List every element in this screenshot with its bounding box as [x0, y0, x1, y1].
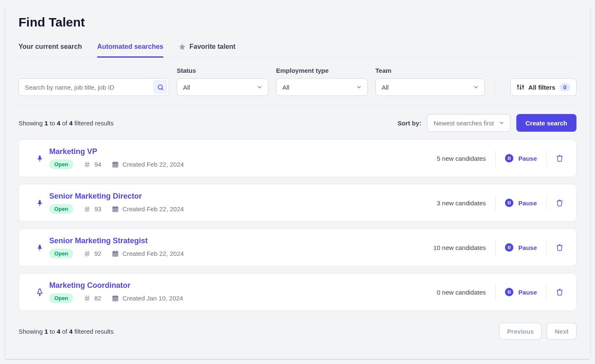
- select-value: Newest searches first: [433, 120, 494, 127]
- chevron-down-icon: [256, 84, 263, 90]
- tab-favorite-talent[interactable]: Favorite talent: [178, 37, 235, 58]
- status-filter-label: Status: [177, 67, 268, 74]
- trash-icon: [556, 199, 563, 207]
- pin-toggle[interactable]: [30, 288, 49, 297]
- delete-button[interactable]: [546, 284, 565, 300]
- tab-label: Your current search: [19, 43, 82, 50]
- status-badge: Open: [49, 204, 73, 214]
- pause-label: Pause: [518, 155, 537, 162]
- search-icon: [157, 84, 164, 91]
- search-title-link[interactable]: Marketing VP: [49, 147, 428, 156]
- svg-line-35: [88, 295, 89, 301]
- all-filters-button[interactable]: All filters 0: [510, 78, 576, 96]
- svg-point-7: [522, 86, 523, 87]
- select-value: All: [282, 84, 290, 91]
- new-candidates-count: 3 new candidates: [428, 199, 495, 207]
- pause-button[interactable]: Pause: [495, 284, 546, 300]
- select-value: All: [382, 84, 389, 91]
- calendar-icon: [112, 295, 119, 302]
- search-title-link[interactable]: Marketing Coordinator: [49, 281, 428, 290]
- svg-rect-13: [112, 162, 118, 163]
- create-search-button[interactable]: Create search: [516, 114, 576, 132]
- svg-point-3: [517, 85, 518, 87]
- new-candidates-count: 10 new candidates: [424, 244, 495, 251]
- search-card: Marketing CoordinatorOpen82Created Jan 1…: [19, 273, 576, 311]
- star-icon: [178, 43, 186, 50]
- pause-icon: [505, 243, 513, 252]
- pin-icon: [36, 244, 44, 252]
- tab-current-search[interactable]: Your current search: [19, 37, 82, 58]
- status-filter-select[interactable]: All: [177, 78, 268, 96]
- svg-rect-29: [112, 251, 118, 252]
- created-date: Created Feb 22, 2024: [112, 205, 184, 213]
- pin-toggle[interactable]: [30, 244, 49, 252]
- svg-line-27: [88, 251, 89, 257]
- hash-icon: [83, 205, 91, 213]
- tab-label: Favorite talent: [189, 43, 235, 50]
- svg-line-19: [88, 206, 89, 212]
- button-label: Create search: [526, 120, 567, 127]
- sort-select[interactable]: Newest searches first: [427, 114, 510, 132]
- previous-button[interactable]: Previous: [499, 323, 542, 340]
- chevron-down-icon: [498, 120, 505, 126]
- hash-icon: [83, 161, 91, 168]
- pause-icon: [505, 288, 513, 296]
- button-label: Next: [555, 328, 568, 335]
- svg-line-11: [88, 162, 89, 167]
- pause-icon: [505, 154, 513, 162]
- search-title-link[interactable]: Senior Marketing Strategist: [49, 236, 424, 245]
- search-id: 92: [83, 250, 101, 258]
- tab-automated-searches[interactable]: Automated searches: [97, 37, 163, 58]
- status-badge: Open: [49, 249, 73, 258]
- svg-line-18: [86, 206, 87, 212]
- page-title: Find Talent: [19, 15, 576, 29]
- pause-label: Pause: [518, 289, 537, 296]
- search-title-link[interactable]: Senior Marketing Director: [49, 192, 428, 201]
- filter-bar: Status All Employment type All Team All: [19, 67, 576, 106]
- svg-rect-21: [112, 207, 118, 208]
- pause-label: Pause: [518, 244, 537, 251]
- svg-point-5: [520, 88, 521, 89]
- created-date: Created Jan 10, 2024: [112, 295, 183, 302]
- tabs-nav: Your current search Automated searches F…: [19, 37, 576, 58]
- delete-button[interactable]: [546, 151, 565, 166]
- all-filters-label: All filters: [529, 84, 555, 91]
- pin-toggle[interactable]: [30, 154, 49, 162]
- status-badge: Open: [49, 159, 73, 169]
- chevron-down-icon: [356, 84, 362, 90]
- divider: [495, 79, 495, 96]
- pause-button[interactable]: Pause: [495, 151, 546, 166]
- pin-outline-icon: [35, 288, 44, 297]
- search-id: 94: [83, 161, 101, 168]
- select-value: All: [183, 84, 190, 91]
- svg-rect-14: [114, 161, 114, 162]
- employment-type-filter-select[interactable]: All: [276, 78, 368, 96]
- search-card: Senior Marketing DirectorOpen93Created F…: [19, 184, 576, 222]
- trash-icon: [556, 154, 563, 162]
- pause-icon: [505, 199, 513, 207]
- trash-icon: [556, 288, 563, 296]
- search-card: Marketing VPOpen94Created Feb 22, 20245 …: [19, 139, 576, 177]
- pause-label: Pause: [518, 199, 537, 207]
- new-candidates-count: 5 new candidates: [428, 155, 495, 162]
- delete-button[interactable]: [546, 195, 565, 210]
- all-filters-count: 0: [560, 83, 570, 91]
- pin-toggle[interactable]: [30, 199, 49, 207]
- team-filter-label: Team: [375, 67, 485, 74]
- sort-label: Sort by:: [398, 120, 422, 127]
- search-button[interactable]: [153, 80, 167, 94]
- search-id: 93: [83, 205, 101, 213]
- svg-rect-15: [116, 161, 117, 162]
- delete-button[interactable]: [546, 240, 565, 255]
- created-date: Created Feb 22, 2024: [112, 250, 184, 258]
- pause-button[interactable]: Pause: [495, 240, 546, 255]
- pause-button[interactable]: Pause: [495, 195, 546, 210]
- next-button[interactable]: Next: [547, 323, 576, 340]
- result-count-text-footer: Showing 1 to 4 of 4 filtered results: [19, 328, 114, 335]
- team-filter-select[interactable]: All: [375, 78, 485, 96]
- svg-rect-38: [114, 295, 114, 296]
- created-date: Created Feb 22, 2024: [112, 161, 184, 168]
- search-input[interactable]: [19, 78, 169, 96]
- svg-line-34: [86, 295, 87, 301]
- employment-type-filter-label: Employment type: [276, 67, 368, 74]
